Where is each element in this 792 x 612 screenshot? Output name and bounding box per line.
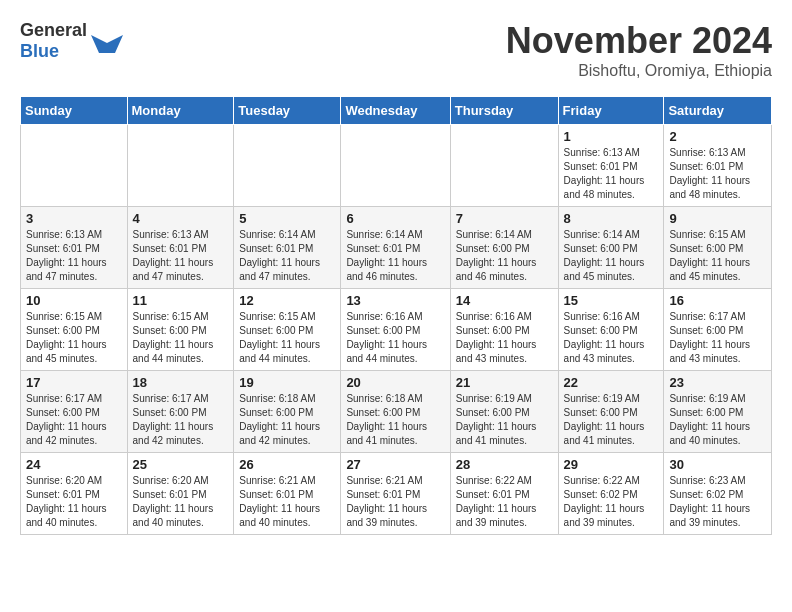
calendar-cell: 27Sunrise: 6:21 AMSunset: 6:01 PMDayligh… xyxy=(341,453,450,535)
calendar-week-3: 10Sunrise: 6:15 AMSunset: 6:00 PMDayligh… xyxy=(21,289,772,371)
day-number: 10 xyxy=(26,293,122,308)
col-saturday: Saturday xyxy=(664,97,772,125)
day-info: Sunrise: 6:13 AMSunset: 6:01 PMDaylight:… xyxy=(133,228,229,284)
day-info: Sunrise: 6:16 AMSunset: 6:00 PMDaylight:… xyxy=(456,310,553,366)
day-number: 27 xyxy=(346,457,444,472)
calendar-cell: 20Sunrise: 6:18 AMSunset: 6:00 PMDayligh… xyxy=(341,371,450,453)
calendar-cell xyxy=(341,125,450,207)
day-info: Sunrise: 6:19 AMSunset: 6:00 PMDaylight:… xyxy=(456,392,553,448)
day-number: 30 xyxy=(669,457,766,472)
calendar-cell: 9Sunrise: 6:15 AMSunset: 6:00 PMDaylight… xyxy=(664,207,772,289)
calendar-table: Sunday Monday Tuesday Wednesday Thursday… xyxy=(20,96,772,535)
day-number: 24 xyxy=(26,457,122,472)
day-number: 8 xyxy=(564,211,659,226)
day-number: 11 xyxy=(133,293,229,308)
title-area: November 2024 Bishoftu, Oromiya, Ethiopi… xyxy=(506,20,772,80)
logo-text: General Blue xyxy=(20,20,87,62)
calendar-header: Sunday Monday Tuesday Wednesday Thursday… xyxy=(21,97,772,125)
day-info: Sunrise: 6:19 AMSunset: 6:00 PMDaylight:… xyxy=(669,392,766,448)
col-sunday: Sunday xyxy=(21,97,128,125)
calendar-cell: 17Sunrise: 6:17 AMSunset: 6:00 PMDayligh… xyxy=(21,371,128,453)
calendar-cell: 11Sunrise: 6:15 AMSunset: 6:00 PMDayligh… xyxy=(127,289,234,371)
calendar-cell: 4Sunrise: 6:13 AMSunset: 6:01 PMDaylight… xyxy=(127,207,234,289)
day-info: Sunrise: 6:18 AMSunset: 6:00 PMDaylight:… xyxy=(239,392,335,448)
day-number: 12 xyxy=(239,293,335,308)
day-info: Sunrise: 6:21 AMSunset: 6:01 PMDaylight:… xyxy=(346,474,444,530)
day-number: 15 xyxy=(564,293,659,308)
day-number: 13 xyxy=(346,293,444,308)
day-info: Sunrise: 6:15 AMSunset: 6:00 PMDaylight:… xyxy=(133,310,229,366)
calendar-cell: 26Sunrise: 6:21 AMSunset: 6:01 PMDayligh… xyxy=(234,453,341,535)
calendar-cell: 13Sunrise: 6:16 AMSunset: 6:00 PMDayligh… xyxy=(341,289,450,371)
day-info: Sunrise: 6:21 AMSunset: 6:01 PMDaylight:… xyxy=(239,474,335,530)
day-info: Sunrise: 6:13 AMSunset: 6:01 PMDaylight:… xyxy=(669,146,766,202)
day-number: 5 xyxy=(239,211,335,226)
calendar-cell: 23Sunrise: 6:19 AMSunset: 6:00 PMDayligh… xyxy=(664,371,772,453)
month-title: November 2024 xyxy=(506,20,772,62)
day-number: 6 xyxy=(346,211,444,226)
day-number: 20 xyxy=(346,375,444,390)
col-wednesday: Wednesday xyxy=(341,97,450,125)
day-number: 21 xyxy=(456,375,553,390)
logo-blue: Blue xyxy=(20,41,59,61)
calendar-cell: 24Sunrise: 6:20 AMSunset: 6:01 PMDayligh… xyxy=(21,453,128,535)
day-info: Sunrise: 6:14 AMSunset: 6:01 PMDaylight:… xyxy=(239,228,335,284)
day-number: 18 xyxy=(133,375,229,390)
day-number: 28 xyxy=(456,457,553,472)
day-info: Sunrise: 6:16 AMSunset: 6:00 PMDaylight:… xyxy=(564,310,659,366)
day-number: 1 xyxy=(564,129,659,144)
day-info: Sunrise: 6:22 AMSunset: 6:02 PMDaylight:… xyxy=(564,474,659,530)
calendar-cell: 1Sunrise: 6:13 AMSunset: 6:01 PMDaylight… xyxy=(558,125,664,207)
calendar-week-4: 17Sunrise: 6:17 AMSunset: 6:00 PMDayligh… xyxy=(21,371,772,453)
calendar-cell xyxy=(21,125,128,207)
day-info: Sunrise: 6:22 AMSunset: 6:01 PMDaylight:… xyxy=(456,474,553,530)
calendar-cell: 10Sunrise: 6:15 AMSunset: 6:00 PMDayligh… xyxy=(21,289,128,371)
calendar-cell: 29Sunrise: 6:22 AMSunset: 6:02 PMDayligh… xyxy=(558,453,664,535)
calendar-body: 1Sunrise: 6:13 AMSunset: 6:01 PMDaylight… xyxy=(21,125,772,535)
calendar-cell: 5Sunrise: 6:14 AMSunset: 6:01 PMDaylight… xyxy=(234,207,341,289)
calendar-cell: 6Sunrise: 6:14 AMSunset: 6:01 PMDaylight… xyxy=(341,207,450,289)
calendar-cell: 18Sunrise: 6:17 AMSunset: 6:00 PMDayligh… xyxy=(127,371,234,453)
day-info: Sunrise: 6:14 AMSunset: 6:00 PMDaylight:… xyxy=(456,228,553,284)
header-row: Sunday Monday Tuesday Wednesday Thursday… xyxy=(21,97,772,125)
col-tuesday: Tuesday xyxy=(234,97,341,125)
day-number: 7 xyxy=(456,211,553,226)
calendar-week-2: 3Sunrise: 6:13 AMSunset: 6:01 PMDaylight… xyxy=(21,207,772,289)
day-info: Sunrise: 6:19 AMSunset: 6:00 PMDaylight:… xyxy=(564,392,659,448)
calendar-cell: 19Sunrise: 6:18 AMSunset: 6:00 PMDayligh… xyxy=(234,371,341,453)
day-info: Sunrise: 6:17 AMSunset: 6:00 PMDaylight:… xyxy=(669,310,766,366)
day-info: Sunrise: 6:16 AMSunset: 6:00 PMDaylight:… xyxy=(346,310,444,366)
day-info: Sunrise: 6:15 AMSunset: 6:00 PMDaylight:… xyxy=(26,310,122,366)
col-friday: Friday xyxy=(558,97,664,125)
calendar-week-1: 1Sunrise: 6:13 AMSunset: 6:01 PMDaylight… xyxy=(21,125,772,207)
day-info: Sunrise: 6:23 AMSunset: 6:02 PMDaylight:… xyxy=(669,474,766,530)
day-number: 9 xyxy=(669,211,766,226)
calendar-cell xyxy=(234,125,341,207)
logo-general: General xyxy=(20,20,87,40)
day-info: Sunrise: 6:15 AMSunset: 6:00 PMDaylight:… xyxy=(669,228,766,284)
day-number: 29 xyxy=(564,457,659,472)
calendar-cell: 28Sunrise: 6:22 AMSunset: 6:01 PMDayligh… xyxy=(450,453,558,535)
calendar-cell xyxy=(450,125,558,207)
day-info: Sunrise: 6:13 AMSunset: 6:01 PMDaylight:… xyxy=(26,228,122,284)
col-thursday: Thursday xyxy=(450,97,558,125)
day-info: Sunrise: 6:13 AMSunset: 6:01 PMDaylight:… xyxy=(564,146,659,202)
day-number: 26 xyxy=(239,457,335,472)
day-info: Sunrise: 6:14 AMSunset: 6:01 PMDaylight:… xyxy=(346,228,444,284)
day-info: Sunrise: 6:20 AMSunset: 6:01 PMDaylight:… xyxy=(26,474,122,530)
calendar-cell: 15Sunrise: 6:16 AMSunset: 6:00 PMDayligh… xyxy=(558,289,664,371)
calendar-cell: 21Sunrise: 6:19 AMSunset: 6:00 PMDayligh… xyxy=(450,371,558,453)
calendar-cell: 8Sunrise: 6:14 AMSunset: 6:00 PMDaylight… xyxy=(558,207,664,289)
col-monday: Monday xyxy=(127,97,234,125)
calendar-cell: 30Sunrise: 6:23 AMSunset: 6:02 PMDayligh… xyxy=(664,453,772,535)
day-number: 16 xyxy=(669,293,766,308)
day-number: 17 xyxy=(26,375,122,390)
logo-icon xyxy=(91,25,123,57)
calendar-cell: 14Sunrise: 6:16 AMSunset: 6:00 PMDayligh… xyxy=(450,289,558,371)
day-info: Sunrise: 6:15 AMSunset: 6:00 PMDaylight:… xyxy=(239,310,335,366)
calendar-cell xyxy=(127,125,234,207)
calendar-cell: 25Sunrise: 6:20 AMSunset: 6:01 PMDayligh… xyxy=(127,453,234,535)
svg-marker-0 xyxy=(91,35,123,53)
calendar-cell: 2Sunrise: 6:13 AMSunset: 6:01 PMDaylight… xyxy=(664,125,772,207)
day-number: 3 xyxy=(26,211,122,226)
